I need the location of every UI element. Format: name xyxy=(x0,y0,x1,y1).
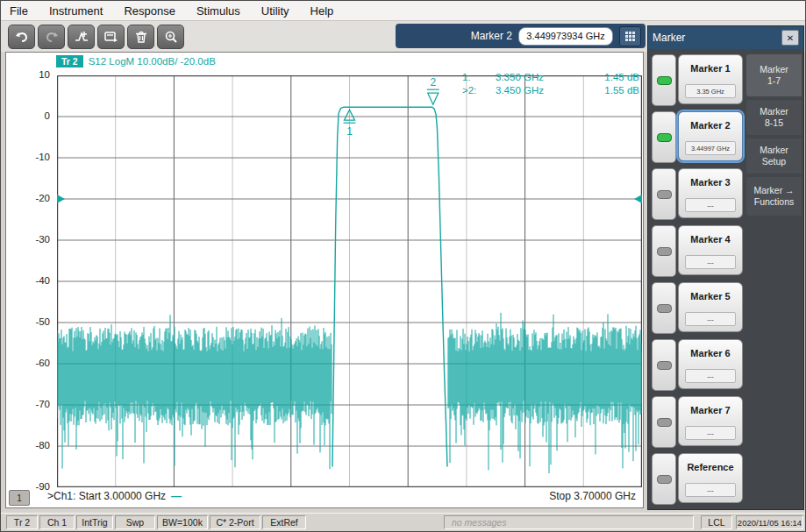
status-item: BW=100k xyxy=(157,515,208,529)
status-bar: Tr 2Ch 1IntTrigSwpBW=100kC* 2-PortExtRef… xyxy=(1,513,805,532)
start-frequency-label: >Ch1: Start 3.00000 GHz— xyxy=(47,490,182,502)
marker-button-label: Marker 1 xyxy=(679,63,742,74)
status-datetime: 2020/11/05 16:14 xyxy=(736,515,803,529)
redo-icon[interactable] xyxy=(38,25,65,49)
marker-button-value: --- xyxy=(685,483,736,497)
y-axis-tick: -10 xyxy=(18,152,50,162)
marker-select-button[interactable]: Marker 4--- xyxy=(678,225,743,275)
led-off-indicator xyxy=(657,190,672,199)
y-axis-tick: 10 xyxy=(18,69,50,80)
new-window-icon[interactable] xyxy=(97,25,125,49)
marker-toggle-button[interactable] xyxy=(652,168,676,220)
trace-header: Tr 2 S12 LogM 10.00dB/ -20.0dB xyxy=(56,55,216,67)
marker-select-button[interactable]: Marker 13.35 GHz xyxy=(678,54,743,104)
marker-button-value: 3.35 GHz xyxy=(685,84,736,98)
menu-item-utility[interactable]: Utility xyxy=(261,4,289,18)
marker-toggle-button[interactable] xyxy=(652,282,676,334)
y-axis-tick: -40 xyxy=(18,275,50,286)
panel-title-bar: Marker ✕ xyxy=(648,26,803,49)
marker-button-value: 3.44997 GHz xyxy=(685,141,736,155)
zoom-icon[interactable] xyxy=(157,25,184,49)
led-off-indicator xyxy=(657,247,672,256)
marker-select-button[interactable]: Reference--- xyxy=(678,453,743,503)
marker-button-label: Marker 7 xyxy=(679,405,742,415)
marker-button-value: --- xyxy=(685,426,736,440)
panel-tab-3[interactable]: Marker Setup xyxy=(746,138,802,174)
marker-readout-level: 1.55 dB xyxy=(575,84,639,97)
marker-toggle-button[interactable] xyxy=(652,225,676,277)
marker-readout-frequency: 3.350 GHz xyxy=(483,71,575,84)
stop-frequency-label: Stop 3.70000 GHz xyxy=(549,490,636,502)
marker-button-label: Reference xyxy=(679,462,742,472)
y-axis-tick: 0 xyxy=(18,110,50,121)
channel-button[interactable]: 1 xyxy=(9,490,30,506)
y-axis-tick: -30 xyxy=(18,234,50,245)
marker-readout-frequency: 3.450 GHz xyxy=(483,84,575,97)
delete-icon[interactable] xyxy=(127,25,154,49)
menu-item-response[interactable]: Response xyxy=(124,4,175,18)
status-mode: LCL xyxy=(701,515,732,529)
status-item: ExtRef xyxy=(262,515,306,529)
reference-level-arrow-right xyxy=(634,195,642,203)
add-marker-icon[interactable] xyxy=(68,25,95,49)
panel-tab-2[interactable]: Marker 8-15 xyxy=(746,100,802,135)
led-off-indicator xyxy=(657,304,672,313)
marker-button-label: Marker 6 xyxy=(679,348,742,358)
menu-bar: FileInstrumentResponseStimulusUtilityHel… xyxy=(1,1,805,21)
plot-area: Tr 2 S12 LogM 10.00dB/ -20.0dB 100-10-20… xyxy=(5,52,644,508)
marker-toggle-button[interactable] xyxy=(652,453,676,505)
vna-app-window: FileInstrumentResponseStimulusUtilityHel… xyxy=(0,0,806,532)
marker-readout-id: >2: xyxy=(462,84,483,97)
active-entry-label: Marker 2 xyxy=(471,30,512,42)
y-axis-tick: -50 xyxy=(18,316,50,327)
menu-item-file[interactable]: File xyxy=(10,4,28,18)
menu-item-instrument[interactable]: Instrument xyxy=(49,4,103,18)
reference-level-arrow-left xyxy=(57,195,65,203)
marker-1-number: 1 xyxy=(346,125,353,138)
panel-title: Marker xyxy=(653,32,685,44)
led-off-indicator xyxy=(657,418,672,427)
marker-button-label: Marker 4 xyxy=(679,234,742,245)
marker-button-value: --- xyxy=(685,369,736,383)
trace-badge[interactable]: Tr 2 xyxy=(56,55,83,67)
marker-button-value: --- xyxy=(685,255,736,269)
close-icon[interactable]: ✕ xyxy=(781,30,799,46)
y-axis-tick: -80 xyxy=(18,440,50,450)
marker-toggle-button[interactable] xyxy=(652,54,676,106)
marker-toggle-button[interactable] xyxy=(652,339,676,391)
status-item: Tr 2 xyxy=(6,515,38,529)
panel-tab-1[interactable]: Marker 1-7 xyxy=(746,54,802,96)
marker-select-button[interactable]: Marker 5--- xyxy=(678,282,743,332)
undo-icon[interactable] xyxy=(8,25,35,49)
chart-canvas[interactable]: 12 xyxy=(57,75,642,487)
marker-readout-level: 1.45 dB xyxy=(575,71,639,84)
marker-toggle-button[interactable] xyxy=(652,111,676,163)
status-item: C* 2-Port xyxy=(210,515,260,529)
trace-scale-label: S12 LogM 10.00dB/ -20.0dB xyxy=(89,56,216,67)
marker-button-label: Marker 2 xyxy=(679,120,742,131)
trace-noise-right xyxy=(448,313,642,473)
trace-legend-dash: — xyxy=(166,490,182,502)
marker-select-button[interactable]: Marker 7--- xyxy=(678,396,743,446)
panel-tab-4[interactable]: Marker → Functions xyxy=(746,177,802,216)
marker-select-button[interactable]: Marker 3--- xyxy=(678,168,743,218)
marker-button-label: Marker 3 xyxy=(679,177,742,188)
led-on-indicator xyxy=(657,133,672,142)
y-axis-tick: -20 xyxy=(18,193,50,203)
marker-softkey-panel: Marker ✕ Marker 13.35 GHzMarker 23.44997… xyxy=(647,25,804,510)
marker-button-label: Marker 5 xyxy=(679,291,742,301)
led-off-indicator xyxy=(657,475,672,484)
menu-item-help[interactable]: Help xyxy=(310,4,334,18)
marker-value-input[interactable]: 3.449973934 GHz xyxy=(518,27,613,46)
keypad-icon[interactable] xyxy=(619,26,641,46)
marker-select-button[interactable]: Marker 6--- xyxy=(678,339,743,389)
marker-readout-row: >2:3.450 GHz1.55 dB xyxy=(462,84,639,97)
menu-item-stimulus[interactable]: Stimulus xyxy=(196,4,240,18)
marker-2-symbol xyxy=(428,93,439,104)
marker-toggle-button[interactable] xyxy=(652,396,676,448)
led-off-indicator xyxy=(657,361,672,370)
marker-button-value: --- xyxy=(685,198,736,212)
status-item: Swp xyxy=(115,515,155,529)
marker-select-button[interactable]: Marker 23.44997 GHz xyxy=(678,111,743,161)
marker-button-value: --- xyxy=(685,312,736,326)
